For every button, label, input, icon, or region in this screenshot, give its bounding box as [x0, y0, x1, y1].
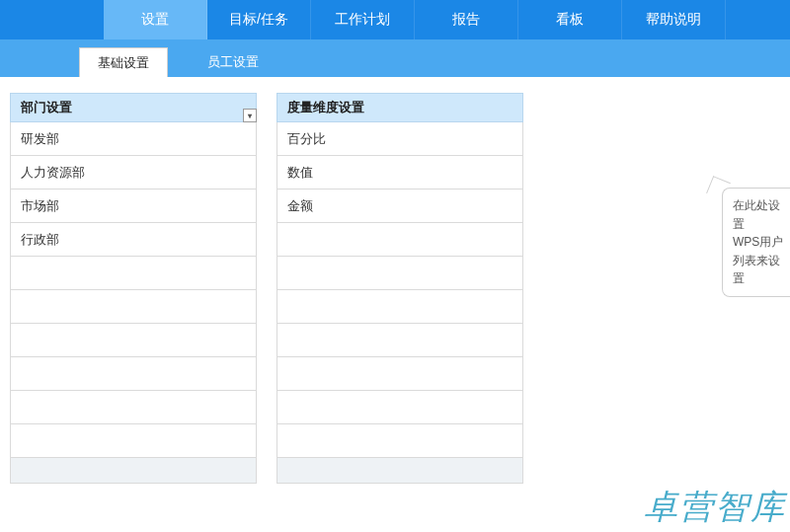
list-item[interactable]: 市场部 [11, 190, 256, 223]
panel-footer [10, 458, 257, 484]
tab-label: 目标/任务 [229, 11, 288, 29]
top-nav: 设置 目标/任务 工作计划 报告 看板 帮助说明 [0, 0, 790, 39]
subtab-label: 基础设置 [98, 54, 149, 72]
tab-help[interactable]: 帮助说明 [622, 0, 726, 39]
cell-text: 行政部 [21, 231, 59, 249]
department-panel: 部门设置 ▾ 研发部 人力资源部 市场部 行政部 [10, 93, 257, 484]
tab-goals[interactable]: 目标/任务 [207, 0, 311, 39]
tab-label: 设置 [141, 11, 169, 29]
tab-label: 看板 [556, 11, 584, 29]
list-item-empty[interactable] [11, 290, 256, 324]
list-item-empty[interactable] [11, 391, 256, 424]
cell-text: 市场部 [21, 197, 59, 215]
hint-bubble: 在此处设置 WPS用户 列表来设置 [722, 188, 790, 297]
subtab-label: 员工设置 [207, 53, 259, 71]
tab-workplan[interactable]: 工作计划 [311, 0, 415, 39]
dropdown-icon[interactable]: ▾ [243, 109, 257, 122]
content-area: 部门设置 ▾ 研发部 人力资源部 市场部 行政部 度量维度设置 [0, 77, 790, 484]
list-item[interactable]: 数值 [277, 156, 522, 190]
tab-label: 帮助说明 [646, 11, 701, 29]
list-item-empty[interactable] [277, 324, 522, 357]
watermark-text: 卓营智库 [644, 485, 786, 530]
list-item-empty[interactable] [11, 324, 256, 357]
list-item[interactable]: 金额 [277, 190, 522, 223]
list-item-empty[interactable] [277, 223, 522, 257]
cell-text: 金额 [287, 197, 313, 215]
panel-title: 部门设置 [21, 99, 72, 116]
list-item[interactable]: 人力资源部 [11, 156, 256, 190]
list-item-empty[interactable] [277, 391, 522, 424]
department-rows: 研发部 人力资源部 市场部 行政部 [10, 122, 257, 458]
list-item[interactable]: 研发部 [11, 122, 256, 156]
hint-line: WPS用户 [733, 233, 785, 252]
list-item-empty[interactable] [277, 424, 522, 458]
list-item-empty[interactable] [277, 357, 522, 391]
tab-label: 报告 [452, 11, 480, 29]
nav-spacer [0, 0, 104, 39]
list-item-empty[interactable] [11, 424, 256, 458]
cell-text: 数值 [287, 164, 313, 182]
metric-panel-header: 度量维度设置 [276, 93, 523, 122]
list-item-empty[interactable] [277, 290, 522, 324]
metric-rows: 百分比 数值 金额 [276, 122, 523, 458]
nav-spacer [726, 0, 790, 39]
cell-text: 人力资源部 [21, 164, 85, 182]
list-item[interactable]: 百分比 [277, 122, 522, 156]
list-item-empty[interactable] [277, 257, 522, 290]
subtab-basic-settings[interactable]: 基础设置 [79, 47, 168, 77]
list-item-empty[interactable] [11, 257, 256, 290]
list-item-empty[interactable] [11, 357, 256, 391]
panel-footer [276, 458, 523, 484]
department-panel-header: 部门设置 ▾ [10, 93, 257, 122]
sub-nav: 基础设置 员工设置 [0, 39, 790, 77]
cell-text: 百分比 [287, 130, 326, 148]
subtab-staff-settings[interactable]: 员工设置 [190, 47, 276, 77]
tab-settings[interactable]: 设置 [104, 0, 207, 39]
cell-text: 研发部 [21, 130, 59, 148]
tab-report[interactable]: 报告 [415, 0, 518, 39]
hint-line: 在此处设置 [733, 196, 785, 233]
metric-panel: 度量维度设置 百分比 数值 金额 [276, 93, 523, 484]
tab-kanban[interactable]: 看板 [518, 0, 622, 39]
list-item[interactable]: 行政部 [11, 223, 256, 257]
panel-title: 度量维度设置 [287, 99, 364, 116]
hint-line: 列表来设置 [733, 252, 785, 288]
tab-label: 工作计划 [335, 11, 390, 29]
